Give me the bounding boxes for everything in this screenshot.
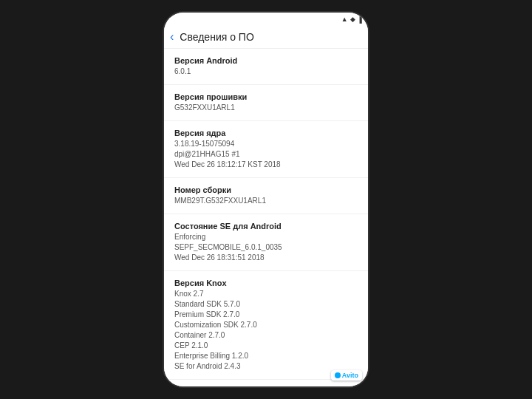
phone-wrapper: ▲ ◆ ▐ ‹ Сведения о ПО Версия Android 6.0… (163, 11, 369, 388)
battery-icon: ▐ (358, 16, 362, 23)
top-bar: ‹ Сведения о ПО (164, 26, 368, 49)
item-value: Enforcing SEPF_SECMOBILE_6.0.1_0035 Wed … (174, 232, 358, 263)
list-item: Версия ядра 3.18.19-15075094 dpi@21HHAG1… (164, 121, 368, 178)
page-title: Сведения о ПО (180, 31, 253, 43)
back-button[interactable]: ‹ (170, 30, 174, 44)
list-item: Версия Knox Knox 2.7 Standard SDK 5.7.0 … (164, 271, 368, 380)
item-label: Версия прошивки (174, 92, 358, 101)
avito-badge: Avito (331, 370, 362, 381)
item-label: Версия Android (174, 56, 358, 65)
avito-label: Avito (342, 372, 358, 379)
item-label: Состояние SE для Android (174, 222, 358, 231)
item-value: MMB29T.G532FXXU1ARL1 (174, 196, 358, 206)
list-item: Версия Android 6.0.1 (164, 49, 368, 85)
item-value: Knox 2.7 Standard SDK 5.7.0 Premium SDK … (174, 289, 358, 372)
list-item: Номер сборки MMB29T.G532FXXU1ARL1 (164, 178, 368, 214)
status-icons: ▲ ◆ ▐ (341, 16, 362, 23)
wifi-icon: ◆ (350, 16, 355, 23)
item-value: G532FXXU1ARL1 (174, 103, 358, 113)
list-item: Версия прошивки G532FXXU1ARL1 (164, 85, 368, 121)
list-item: Состояние SE для Android Enforcing SEPF_… (164, 214, 368, 271)
item-label: Номер сборки (174, 185, 358, 194)
signal-icon: ▲ (341, 16, 348, 23)
item-value: 3.18.19-15075094 dpi@21HHAG15 #1 Wed Dec… (174, 139, 358, 170)
avito-dot (335, 372, 341, 378)
item-label: Версия ядра (174, 129, 358, 137)
screen: ▲ ◆ ▐ ‹ Сведения о ПО Версия Android 6.0… (164, 13, 368, 386)
content-area: Версия Android 6.0.1 Версия прошивки G53… (164, 49, 368, 386)
item-value: 6.0.1 (174, 66, 358, 77)
item-label: Версия Knox (174, 279, 358, 287)
status-bar: ▲ ◆ ▐ (164, 13, 368, 26)
